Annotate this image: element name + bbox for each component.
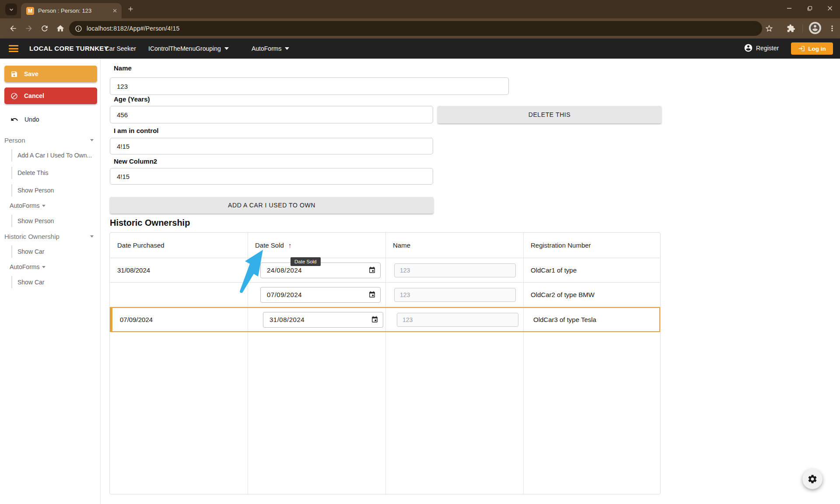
cell-registration: OldCar1 of type [523, 266, 661, 274]
tab-search-button[interactable] [5, 4, 17, 15]
delete-this-button[interactable]: DELETE THIS [438, 106, 662, 123]
header-registration-number[interactable]: Registration Number [523, 242, 661, 249]
name-label: Name [114, 64, 132, 73]
collapse-caret-icon [42, 266, 46, 268]
header-name[interactable]: Name [385, 242, 523, 249]
block-icon [10, 92, 18, 100]
tab-close-icon[interactable] [112, 8, 118, 14]
app-brand[interactable]: LOCAL CORE TURNKEY [29, 45, 108, 52]
cell-registration: OldCar3 of type Tesla [526, 316, 661, 323]
sidebar-item-add-a-car[interactable]: Add A Car I Used To Own... [11, 149, 94, 161]
table-header-row: Date Purchased Date Sold ↑ Name Registra… [110, 233, 660, 258]
maximize-icon [807, 6, 812, 11]
save-button[interactable]: Save [4, 66, 97, 82]
tab-title: Person : Person: 123 [38, 7, 104, 14]
account-icon [744, 43, 753, 52]
hamburger-menu-icon[interactable] [9, 45, 18, 52]
sidebar-item-delete-this[interactable]: Delete This [11, 167, 94, 179]
sidebar-section-person[interactable]: Person [4, 134, 97, 146]
window-close-button[interactable] [823, 3, 836, 14]
sidebar-group-autoforms-1[interactable]: AutoForms [10, 200, 46, 212]
login-icon [798, 45, 805, 52]
date-sold-tooltip: Date Sold [290, 257, 321, 266]
back-button[interactable] [9, 24, 18, 33]
nav-item-autoforms[interactable]: AutoForms [252, 45, 289, 52]
site-info-icon[interactable] [75, 25, 82, 32]
header-date-purchased[interactable]: Date Purchased [110, 242, 248, 249]
browser-toolbar: localhost:8182/App#/Person/4!15 [0, 18, 840, 38]
gear-icon [807, 474, 818, 484]
login-button[interactable]: Log in [791, 42, 833, 55]
date-sold-input[interactable] [260, 287, 381, 303]
historic-ownership-table: Date Purchased Date Sold ↑ Name Registra… [109, 232, 661, 494]
save-icon [10, 70, 18, 78]
forward-button[interactable] [24, 24, 33, 33]
name-cell-input[interactable] [394, 263, 516, 277]
tab-favicon: M [26, 7, 34, 15]
dropdown-caret-icon [285, 47, 289, 50]
app-navbar: LOCAL CORE TURNKEY Car Seeker IControlTh… [0, 38, 840, 59]
url-text: localhost:8182/App#/Person/4!15 [87, 25, 179, 32]
settings-fab[interactable] [802, 469, 822, 489]
cell-registration: OldCar2 of type BMW [523, 291, 661, 298]
name-field[interactable] [110, 77, 509, 95]
table-row-selected: 07/09/2024 OldCar3 of type Tesla [110, 307, 660, 332]
historic-ownership-heading: Historic Ownership [110, 218, 190, 228]
cell-date-purchased: 07/09/2024 [112, 316, 250, 323]
cancel-button[interactable]: Cancel [4, 88, 97, 104]
name-cell-input[interactable] [397, 313, 518, 327]
date-sold-input[interactable] [263, 312, 383, 328]
address-bar[interactable]: localhost:8182/App#/Person/4!15 [69, 21, 762, 36]
i-am-in-control-label: I am in control [114, 127, 159, 136]
i-am-in-control-field[interactable] [110, 138, 433, 154]
name-cell-input[interactable] [394, 288, 516, 302]
cell-date-purchased: 31/08/2024 [110, 266, 248, 274]
dropdown-caret-icon [224, 47, 229, 50]
bookmark-star-icon[interactable] [765, 24, 774, 33]
nav-item-icontrolthemenugrouping[interactable]: IControlTheMenuGrouping [148, 45, 229, 52]
sidebar: Save Cancel Undo Person Add A Car I Used… [0, 59, 101, 504]
age-label: Age (Years) [114, 95, 150, 104]
new-column2-label: New Column2 [114, 158, 157, 166]
extensions-icon[interactable] [787, 24, 795, 33]
reload-button[interactable] [40, 24, 49, 33]
window-maximize-button[interactable] [803, 3, 816, 14]
undo-button[interactable]: Undo [4, 113, 97, 126]
home-button[interactable] [56, 24, 65, 33]
collapse-caret-icon [90, 139, 94, 141]
collapse-caret-icon [90, 235, 94, 238]
table-row: OldCar2 of type BMW [110, 283, 660, 307]
sidebar-item-show-person-2[interactable]: Show Person [11, 215, 94, 227]
plus-icon [127, 5, 134, 13]
browser-tab-strip: M Person : Person: 123 [0, 0, 840, 18]
nav-item-car-seeker[interactable]: Car Seeker [105, 45, 136, 52]
profile-avatar[interactable] [809, 22, 821, 34]
header-date-sold[interactable]: Date Sold ↑ [248, 242, 385, 249]
new-tab-button[interactable] [127, 5, 134, 13]
toolbar-divider [802, 24, 803, 33]
sidebar-group-autoforms-2[interactable]: AutoForms [10, 261, 46, 273]
chevron-down-icon [8, 6, 15, 13]
age-field[interactable] [110, 106, 433, 123]
browser-tab[interactable]: M Person : Person: 123 [21, 3, 122, 18]
sidebar-item-show-car[interactable]: Show Car [11, 245, 94, 258]
sidebar-item-show-person[interactable]: Show Person [11, 184, 94, 196]
new-column2-field[interactable] [110, 168, 433, 185]
undo-icon [10, 116, 18, 123]
sidebar-item-show-car-2[interactable]: Show Car [11, 276, 94, 288]
collapse-caret-icon [42, 205, 46, 207]
sort-ascending-icon: ↑ [288, 242, 292, 249]
browser-menu-icon[interactable] [828, 24, 836, 33]
table-row: 31/08/2024 OldCar1 of type [110, 258, 660, 283]
close-icon [827, 6, 833, 11]
main-content: Name Age (Years) DELETE THIS I am in con… [101, 59, 840, 504]
sidebar-section-historic-ownership[interactable]: Historic Ownership [4, 230, 97, 242]
minimize-icon [787, 6, 792, 11]
window-minimize-button[interactable] [783, 3, 796, 14]
register-button[interactable]: Register [744, 43, 779, 52]
add-a-car-button[interactable]: ADD A CAR I USED TO OWN [110, 197, 434, 214]
